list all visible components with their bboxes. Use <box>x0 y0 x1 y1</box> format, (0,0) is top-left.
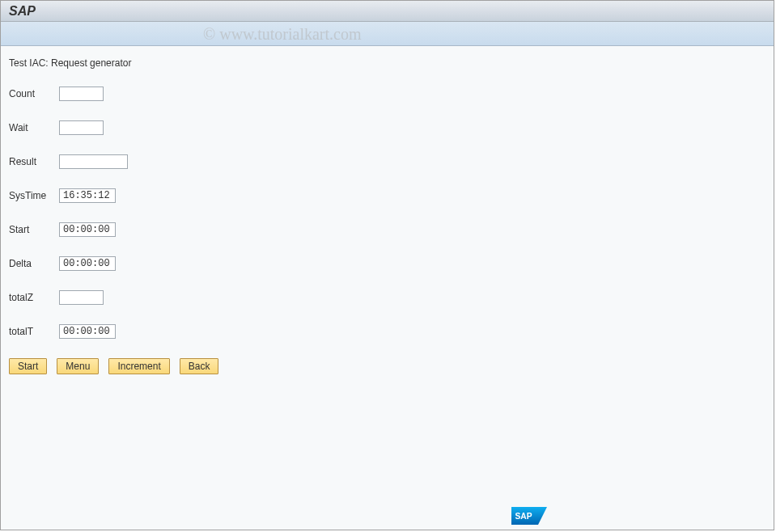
totalz-input[interactable] <box>59 290 104 305</box>
field-row-systime: SysTime <box>9 188 765 203</box>
sap-window: SAP © www.tutorialkart.com Test IAC: Req… <box>0 0 774 530</box>
back-button[interactable]: Back <box>180 358 219 374</box>
field-row-delta: Delta <box>9 256 765 271</box>
sap-logo-icon: SAP <box>511 507 547 525</box>
systime-input[interactable] <box>59 188 116 203</box>
totalz-label: totalZ <box>9 292 59 303</box>
count-input[interactable] <box>59 87 104 101</box>
field-row-totalz: totalZ <box>9 290 765 305</box>
result-label: Result <box>9 156 59 167</box>
delta-input[interactable] <box>59 256 116 271</box>
page-title: Test IAC: Request generator <box>9 57 765 69</box>
wait-label: Wait <box>9 122 59 133</box>
wait-input[interactable] <box>59 120 104 135</box>
systime-label: SysTime <box>9 190 59 201</box>
svg-text:SAP: SAP <box>515 512 532 521</box>
start-input[interactable] <box>59 222 116 237</box>
totalt-input[interactable] <box>59 324 116 339</box>
start-label: Start <box>9 224 59 235</box>
content-area: Test IAC: Request generator Count Wait R… <box>1 46 774 382</box>
increment-button[interactable]: Increment <box>108 358 169 374</box>
button-row: Start Menu Increment Back <box>9 358 765 374</box>
sap-logo: SAP <box>511 507 547 525</box>
field-row-start: Start <box>9 222 765 237</box>
delta-label: Delta <box>9 258 59 269</box>
count-label: Count <box>9 88 59 99</box>
start-button[interactable]: Start <box>9 358 47 374</box>
field-row-wait: Wait <box>9 120 765 135</box>
result-input[interactable] <box>59 154 128 169</box>
field-row-totalt: totalT <box>9 324 765 339</box>
titlebar: SAP <box>1 1 774 22</box>
window-title: SAP <box>9 4 36 19</box>
toolbar-area: © www.tutorialkart.com <box>1 22 774 46</box>
field-row-count: Count <box>9 87 765 101</box>
watermark-text: © www.tutorialkart.com <box>203 25 362 44</box>
menu-button[interactable]: Menu <box>57 358 99 374</box>
totalt-label: totalT <box>9 326 59 337</box>
field-row-result: Result <box>9 154 765 169</box>
